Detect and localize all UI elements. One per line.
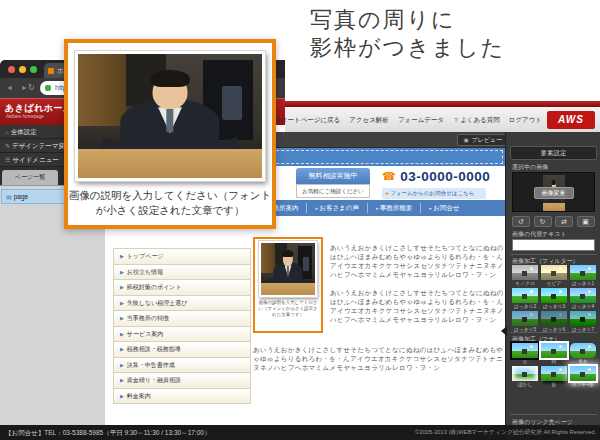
filter-label: はっきり1 [570, 281, 596, 287]
camera-icon: ◉ [463, 137, 468, 143]
divider [510, 332, 597, 333]
callout-photo [75, 51, 265, 181]
filter-preview-image [570, 311, 596, 326]
arrow-icon: ▶ [120, 253, 124, 259]
pencil-icon: ✎ [5, 143, 10, 149]
flip-icon[interactable]: ⇄ [555, 216, 573, 227]
monitor-icon[interactable]: ▣ [577, 216, 595, 227]
border-preview-image [541, 366, 567, 381]
border-thumb-角丸[interactable]: 角丸 [570, 343, 596, 365]
site-side-menu: ▶トップページ▶お役立ち情報▶節税対策のポイント▶失敗しない税理士選び▶当事務所… [113, 248, 251, 404]
reload-icon[interactable]: ↻ [28, 83, 35, 92]
sitemap-icon: ☰ [5, 157, 10, 163]
menu-item-資金繰り・融資相談[interactable]: ▶資金繰り・融資相談 [114, 373, 250, 389]
border-label: ぼかし [512, 382, 538, 388]
filter-preview-image [541, 288, 567, 303]
menu-item-お役立ち情報[interactable]: ▶お役立ち情報 [114, 265, 250, 281]
nav-item-お問合せ[interactable]: お問合せ [420, 203, 467, 213]
headline: 写真の周りに 影枠がつきました [310, 6, 505, 61]
tab-page-list[interactable]: ページ一覧 [2, 170, 58, 185]
menu-item-税務相談・税務指導[interactable]: ▶税務相談・税務指導 [114, 342, 250, 358]
help-icon: ？ [453, 117, 459, 123]
filter-label: モノクロ [512, 281, 538, 287]
arrow-icon: ▶ [120, 315, 124, 321]
filter-thumb-はっきり4[interactable]: はっきり4 [570, 288, 596, 310]
rotate-left-icon[interactable]: ↺ [512, 216, 530, 227]
admin-toolbar-link[interactable]: アクセス解析 [349, 116, 389, 125]
menu-item-決算・申告書作成[interactable]: ▶決算・申告書作成 [114, 358, 250, 374]
menu-item-当事務所の特徴[interactable]: ▶当事務所の特徴 [114, 311, 250, 327]
form-contact-link[interactable]: フォームからのお問合せはこちら [382, 188, 486, 199]
menu-item-料金案内[interactable]: ▶料金案内 [114, 389, 250, 405]
menu-item-サービス案内[interactable]: ▶サービス案内 [114, 327, 250, 343]
filter-label: はっきり3 [541, 304, 567, 310]
filter-thumb-はっきり6[interactable]: はっきり6 [541, 311, 567, 333]
filter-preview-image [541, 265, 567, 280]
preview-button[interactable]: ◉ プレビュー [457, 134, 507, 146]
admin-toolbar-link[interactable]: ⌂スタートページに戻る [270, 116, 341, 125]
home-icon: ⌂ [5, 129, 9, 135]
border-preview-image [570, 366, 596, 381]
phone-block: ☎ 03-0000-0000 [382, 167, 490, 185]
footer-copyright: ©2005-2013 (株)WEBマーケティング総合研究所 All Rights… [415, 425, 596, 440]
site-identity-icon [45, 85, 51, 91]
selected-image-label: 選択中の画像 [512, 163, 548, 172]
border-grid: 黒白角丸ぼかし影白フチ+影 [512, 343, 598, 388]
selected-image-element[interactable]: 画像の説明を入力してください（フォントが小さく設定された文章です） [253, 237, 323, 333]
filter-label: はっきり2 [512, 304, 538, 310]
body-paragraph: あいうえおかきくけこさしすせそたちつてとなにぬねのはひふへほまみむめもやゃゆゅよ… [253, 345, 505, 372]
page-icon: ▤ [6, 194, 12, 200]
body-paragraph: あいうえおかきくけこさしすせそたちつてとなにぬねのはひふへほまみむめもやゃゆゅよ… [330, 288, 505, 324]
filter-label: セピア [541, 281, 567, 287]
arrow-icon: ▶ [120, 284, 124, 290]
border-thumb-影[interactable]: 影 [541, 366, 567, 388]
border-label: 黒 [512, 359, 538, 365]
filter-thumb-はっきり2[interactable]: はっきり2 [512, 288, 538, 310]
collapse-panel-arrow[interactable] [501, 326, 507, 336]
arrow-icon: ▶ [120, 393, 124, 399]
zoom-button[interactable] [30, 66, 37, 73]
filter-preview-image [512, 311, 538, 326]
brand-logo: AWS [547, 111, 595, 129]
favicon-icon [48, 68, 54, 74]
phone-icon: ☎ [382, 170, 396, 182]
change-image-button[interactable]: 画像変更 [534, 187, 574, 199]
filter-thumb-セピア[interactable]: セピア [541, 265, 567, 287]
minimize-button[interactable] [19, 66, 26, 73]
border-label: 角丸 [570, 359, 596, 365]
border-label: 白フチ+影 [570, 382, 596, 388]
menu-item-失敗しない税理士選び[interactable]: ▶失敗しない税理士選び [114, 296, 250, 312]
menu-item-トップページ[interactable]: ▶トップページ [114, 249, 250, 265]
alt-text-input[interactable] [512, 239, 595, 251]
footer-contact: 【お問合せ】TEL：03-5388-5985（平日 9:30～11:30 / 1… [5, 425, 210, 440]
filter-preview-image [512, 288, 538, 303]
border-thumb-黒[interactable]: 黒 [512, 343, 538, 365]
filter-thumb-はっきり7[interactable]: はっきり7 [570, 311, 596, 333]
nav-item-事務所概要[interactable]: 事務所概要 [367, 203, 420, 213]
arrow-icon: ▶ [120, 300, 124, 306]
close-button[interactable] [8, 66, 15, 73]
filter-thumb-モノクロ[interactable]: モノクロ [512, 265, 538, 287]
filter-thumb-はっきり3[interactable]: はっきり3 [541, 288, 567, 310]
image-tool-buttons: ↺↻⇄▣ [512, 216, 595, 227]
consult-badge[interactable]: 無料相談実施中 [296, 168, 370, 184]
border-thumb-ぼかし[interactable]: ぼかし [512, 366, 538, 388]
admin-toolbar-link[interactable]: ？よくある質問 [453, 116, 500, 125]
filter-preview-image [570, 265, 596, 280]
divider [510, 414, 597, 415]
consult-sub-label: お気軽にご相談ください [296, 184, 370, 198]
admin-header-toolbar: ⌂スタートページに戻るアクセス解析フォームデータ？よくある質問ログアウト AWS [285, 107, 600, 134]
border-thumb-白[interactable]: 白 [541, 343, 567, 365]
filter-thumb-はっきり1[interactable]: はっきり1 [570, 265, 596, 287]
akibare-logo-sub: Akibare homepage [6, 114, 44, 119]
filter-thumb-はっきり5[interactable]: はっきり5 [512, 311, 538, 333]
filter-preview-image [541, 311, 567, 326]
rotate-right-icon[interactable]: ↻ [534, 216, 552, 227]
image-preview-box: 画像変更 [512, 172, 595, 212]
border-thumb-白フチ+影[interactable]: 白フチ+影 [570, 366, 596, 388]
menu-item-節税対策のポイント[interactable]: ▶節税対策のポイント [114, 280, 250, 296]
admin-toolbar-link[interactable]: ログアウト [509, 116, 542, 125]
filter-preview-image [570, 288, 596, 303]
admin-toolbar-link[interactable]: フォームデータ [398, 116, 444, 125]
nav-item-お客さまの声[interactable]: お客さまの声 [306, 203, 367, 213]
